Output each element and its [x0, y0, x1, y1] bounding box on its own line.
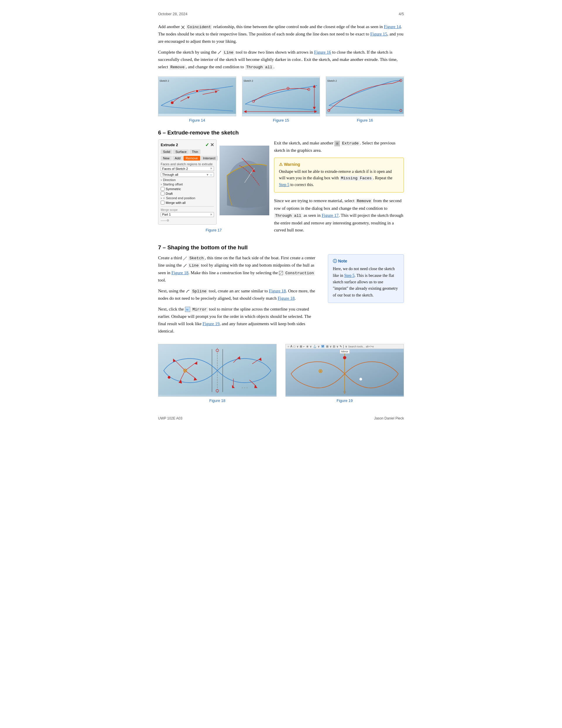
figure-16-img: Sketch 2	[326, 76, 404, 116]
header-page: 4/5	[399, 12, 404, 16]
tab-thin[interactable]: Thin	[189, 149, 200, 154]
figure-15-caption: Figure 15	[273, 118, 289, 122]
tab-new[interactable]: New	[161, 156, 172, 161]
extrude-dialog: Extrude 2 ✓ ✕ Solid Surface Thin New Add…	[158, 139, 217, 225]
dialog-faces-label: Faces and sketch regions to extrude Face…	[161, 162, 214, 171]
exit-sketch-para: Exit the sketch, and make another Extrud…	[274, 139, 404, 154]
dialog-merge-with-all: Merge with all	[161, 201, 214, 204]
section7-left: Create a third Sketch, this time on the …	[158, 254, 319, 338]
warning-title: ⚠ Warning	[279, 162, 399, 167]
svg-point-67	[343, 356, 346, 359]
figure18-img: × × ×	[158, 344, 277, 397]
tab-add[interactable]: Add	[173, 156, 183, 161]
section7-content: Create a third Sketch, this time on the …	[158, 254, 404, 338]
link-step5-note[interactable]: Step 5	[344, 273, 354, 278]
link-fig18-2[interactable]: Figure 18	[269, 289, 286, 293]
merge-checkbox[interactable]	[161, 201, 165, 204]
dialog-symmetric: Symmetric	[161, 187, 214, 191]
figure18-item: × × × Figure 18	[158, 344, 277, 403]
dialog-through-all: Through all ▼ ↔	[161, 172, 214, 177]
draft-checkbox[interactable]	[161, 192, 165, 195]
merge-scope-section: Merge scope Part 1 ✕	[161, 206, 214, 217]
warning-content: Onshape will not be able to extrude-remo…	[279, 168, 399, 188]
link-fig18-3[interactable]: Figure 18	[278, 296, 295, 301]
dialog-faces-value: Faces of Sketch 2 ✕	[161, 166, 214, 171]
svg-text:Sketch 2: Sketch 2	[160, 79, 169, 82]
figure-14-item: Sketch 2 Figure 14	[158, 76, 236, 122]
svg-line-37	[280, 272, 281, 272]
dialog-starting-offset: ›Starting offset	[161, 183, 214, 186]
svg-rect-3	[158, 78, 236, 114]
dialog-second-end: ›○Second end position	[161, 196, 214, 200]
tab-intersect[interactable]: Intersect	[201, 156, 218, 161]
footer-right: Jason Daniel Pieck	[374, 416, 404, 420]
dialog-title: Extrude 2	[161, 143, 178, 147]
dialog-draft: Draft	[161, 192, 214, 195]
figure-15-img: Sketch 2	[242, 76, 320, 116]
mirror-tooltip: Mirror	[340, 349, 350, 354]
dialog-tab-row-1: Solid Surface Thin	[161, 149, 214, 154]
figure-14-img: Sketch 2	[158, 76, 236, 116]
section7-para3: Next, click the M Mirror tool to mirror …	[158, 306, 319, 335]
intro-para2: Complete the sketch by using the Line to…	[158, 49, 404, 71]
link-fig17[interactable]: Figure 17	[322, 213, 339, 218]
dialog-close: ✕	[210, 142, 214, 147]
symmetric-checkbox[interactable]	[161, 187, 165, 191]
figure-16-item: Sketch 2 Figure 16	[326, 76, 404, 122]
link-fig18-1[interactable]: Figure 18	[172, 270, 189, 275]
remove-para: Since we are trying to remove material, …	[274, 197, 404, 234]
figure19-item: ○ A □ ∨ ⊞ ⌐ ※ ∨ ⚓ ∨ M ⊞ ∨ ⊟ ∨ ✎ | ∨ Sear…	[285, 344, 404, 403]
link-fig16[interactable]: Figure 16	[314, 50, 331, 54]
dialog-tab-row-2: New Add Remove Intersect	[161, 156, 214, 161]
header-date: October 28, 2024	[158, 12, 187, 16]
merge-scope-value: Part 1 ✕	[161, 212, 214, 217]
section7-right: ⓘ Note Here, we do not need close the sk…	[328, 254, 404, 338]
svg-point-6	[196, 90, 199, 92]
svg-line-2	[218, 51, 221, 54]
svg-rect-9	[243, 78, 320, 114]
figure-15-item: Sketch 2 Figure 15	[242, 76, 320, 122]
dialog-direction: ›Direction	[161, 178, 214, 182]
figure17-left: Extrude 2 ✓ ✕ Solid Surface Thin New Add…	[158, 139, 269, 237]
svg-rect-33	[336, 142, 338, 144]
svg-point-54	[185, 370, 186, 371]
note-box: ⓘ Note Here, we do not need close the sk…	[328, 254, 404, 303]
dialog-end-condition: Through all ▼ ↔	[161, 172, 214, 177]
svg-text:M: M	[186, 308, 188, 311]
mirror-icon-toolbar[interactable]: M	[321, 345, 325, 348]
figures-row-1: Sketch 2 Figure 14	[158, 76, 404, 122]
section7-heading: 7 – Shaping the bottom of the hull	[158, 244, 404, 251]
warning-box: ⚠ Warning Onshape will not be able to ex…	[274, 158, 404, 192]
link-fig14[interactable]: Figure 14	[384, 24, 401, 29]
figure-18-caption: Figure 18	[209, 398, 226, 403]
note-title: ⓘ Note	[333, 259, 399, 264]
tab-surface[interactable]: Surface	[173, 149, 189, 154]
svg-text:Sketch 2: Sketch 2	[243, 79, 253, 82]
link-fig19[interactable]: Figure 19	[203, 321, 220, 326]
link-step5-warning[interactable]: Step 5	[279, 183, 289, 187]
page-footer: UWP 102E A03 Jason Daniel Pieck	[158, 413, 404, 420]
section6-content: Extrude 2 ✓ ✕ Solid Surface Thin New Add…	[158, 139, 404, 237]
tab-solid[interactable]: Solid	[161, 149, 173, 154]
tab-remove[interactable]: Remove	[184, 156, 200, 161]
section7-para2: Next, using the Spline tool, create an a…	[158, 287, 319, 302]
toolbar-icon-1: ○	[287, 345, 289, 348]
intro-para1: Add another Coincident relationship, thi…	[158, 23, 404, 45]
section6-heading: 6 – Extrude-remove the sketch	[158, 129, 404, 136]
svg-point-5	[171, 101, 174, 104]
figure17-sketch	[220, 139, 269, 225]
svg-point-69	[319, 370, 321, 372]
svg-line-35	[184, 264, 187, 267]
dialog-check: ✓	[205, 142, 209, 147]
page-header: October 28, 2024 4/5	[158, 12, 404, 16]
toolbar-strip: ○ A □ ∨ ⊞ ⌐ ※ ∨ ⚓ ∨ M ⊞ ∨ ⊟ ∨ ✎ | ∨ Sear…	[286, 344, 404, 349]
figure-16-caption: Figure 16	[357, 118, 373, 122]
section6-right: Exit the sketch, and make another Extrud…	[274, 139, 404, 237]
link-fig15[interactable]: Figure 15	[370, 32, 387, 36]
svg-line-34	[183, 257, 187, 260]
footer-left: UWP 102E A03	[158, 416, 182, 420]
figure-17-caption: Figure 17	[206, 228, 222, 232]
section7-para1: Create a third Sketch, this time on the …	[158, 254, 319, 284]
svg-point-70	[359, 378, 362, 381]
toolbar-icon-2: A	[290, 345, 292, 348]
